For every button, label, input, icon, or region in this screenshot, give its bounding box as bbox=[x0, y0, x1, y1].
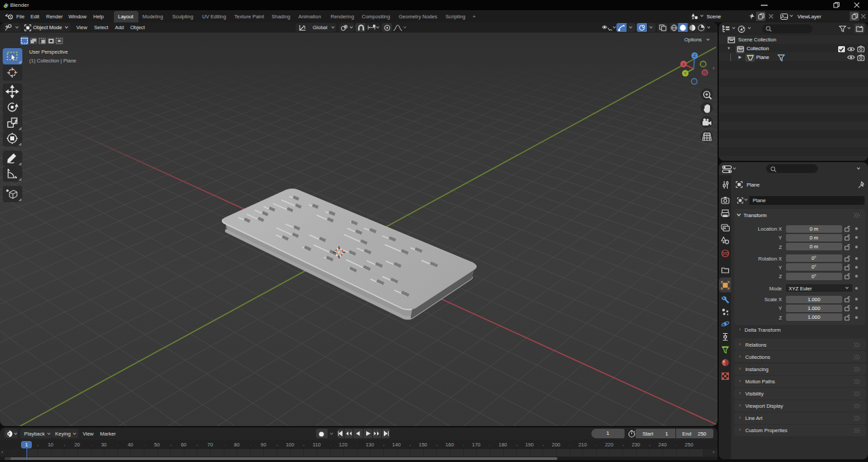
svg-text:Y: Y bbox=[684, 71, 687, 75]
svg-text:X: X bbox=[682, 62, 685, 66]
svg-text:Z: Z bbox=[693, 54, 696, 58]
